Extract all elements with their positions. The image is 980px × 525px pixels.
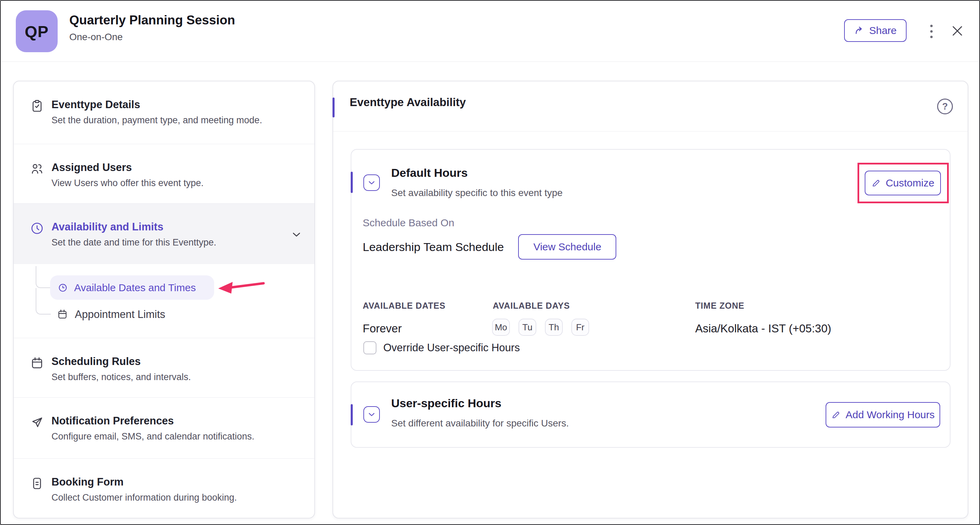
sidebar-item-notification-preferences[interactable]: Notification Preferences Configure email… [14, 397, 314, 458]
avatar-initials: QP [25, 22, 49, 41]
sidebar-item-assigned-users[interactable]: Assigned Users View Users who offer this… [14, 144, 314, 203]
customize-button[interactable]: Customize [865, 171, 941, 195]
view-schedule-button[interactable]: View Schedule [518, 234, 616, 260]
sidebar-item-desc: Set the duration, payment type, and meet… [51, 115, 301, 126]
day-chip: Th [545, 319, 563, 336]
schedule-row: Leadership Team Schedule View Schedule [363, 234, 616, 260]
sidebar-item-booking-form[interactable]: Booking Form Collect Customer informatio… [14, 458, 314, 519]
add-working-hours-label: Add Working Hours [845, 409, 935, 421]
sidebar-item-desc: Configure email, SMS, and calendar notif… [51, 431, 301, 442]
day-chip: Mo [492, 319, 510, 336]
sidebar-item-desc: Set the date and time for this Eventtype… [51, 237, 301, 248]
card-desc: Set different availability for specific … [391, 418, 569, 429]
clipboard-check-icon [30, 99, 44, 113]
available-dates-label: AVAILABLE DATES [363, 301, 445, 311]
form-icon [30, 477, 44, 490]
close-icon [950, 24, 964, 38]
subitem-label: Available Dates and Times [74, 282, 196, 294]
clock-icon [30, 222, 44, 235]
day-chip: Tu [519, 319, 536, 336]
title-accent-bar [332, 97, 334, 117]
chevron-down-icon [367, 178, 376, 187]
availability-subsection: Available Dates and Times Appointment Li… [14, 264, 314, 338]
default-hours-card: Default Hours Set availability specific … [351, 149, 950, 371]
schedule-based-on-label: Schedule Based On [363, 217, 454, 229]
clock-small-icon [58, 282, 68, 293]
chevron-down-icon [367, 410, 376, 419]
page-title: Quarterly Planning Session [69, 13, 235, 27]
available-dates-value: Forever [363, 322, 402, 335]
annotation-arrow-icon [215, 278, 267, 297]
pencil-icon [871, 178, 881, 188]
sidebar-subitem-available-dates-and-times[interactable]: Available Dates and Times [50, 275, 214, 300]
day-chip: Fr [571, 319, 589, 336]
card-accent-bar [351, 172, 353, 193]
avatar: QP [16, 10, 58, 52]
sidebar-item-scheduling-rules[interactable]: Scheduling Rules Set buffers, notices, a… [14, 338, 314, 397]
add-working-hours-button[interactable]: Add Working Hours [826, 402, 940, 428]
availability-panel: Eventtype Availability ? Default Hours S… [332, 81, 968, 519]
header-text: Quarterly Planning Session One-on-One [69, 13, 235, 43]
calendar-icon [30, 356, 44, 370]
pencil-icon [831, 410, 841, 420]
card-desc: Set availability specific to this event … [391, 187, 563, 198]
share-button[interactable]: Share [844, 19, 907, 42]
sidebar-subitem-appointment-limits[interactable]: Appointment Limits [75, 308, 165, 321]
sidebar-item-eventtype-details[interactable]: Eventtype Details Set the duration, paym… [14, 81, 314, 144]
share-icon [854, 25, 865, 36]
override-label: Override User-specific Hours [383, 341, 520, 354]
tree-connector [36, 266, 51, 288]
close-button[interactable] [948, 22, 966, 40]
sidebar-item-availability-and-limits[interactable]: Availability and Limits Set the date and… [14, 203, 314, 264]
sidebar-item-title: Booking Form [51, 476, 301, 488]
card-title: User-specific Hours [391, 397, 501, 410]
page-subtitle: One-on-One [69, 32, 235, 43]
override-row: Override User-specific Hours [363, 341, 520, 354]
tree-connector [36, 288, 51, 314]
sidebar-item-title: Availability and Limits [51, 221, 301, 233]
send-icon [30, 415, 44, 429]
time-zone-label: TIME ZONE [695, 301, 744, 311]
user-specific-hours-card: User-specific Hours Set different availa… [351, 381, 950, 448]
settings-sidebar: Eventtype Details Set the duration, paym… [13, 81, 315, 519]
help-glyph: ? [942, 101, 948, 112]
sidebar-item-title: Eventtype Details [51, 99, 301, 111]
card-title: Default Hours [391, 166, 468, 180]
more-options-button[interactable] [924, 21, 938, 41]
sidebar-item-desc: Set buffers, notices, and intervals. [51, 372, 301, 383]
time-zone-value: Asia/Kolkata - IST (+05:30) [695, 322, 831, 335]
app-window: QP Quarterly Planning Session One-on-One… [0, 0, 980, 525]
collapse-user-hours-button[interactable] [363, 406, 380, 423]
schedule-name: Leadership Team Schedule [363, 240, 504, 254]
sidebar-item-desc: Collect Customer information during book… [51, 492, 301, 503]
card-accent-bar [351, 404, 353, 425]
panel-title: Eventtype Availability [350, 96, 466, 109]
sidebar-item-desc: View Users who offer this event type. [51, 178, 301, 188]
available-days-label: AVAILABLE DAYS [493, 301, 570, 311]
chevron-down-icon[interactable] [290, 228, 303, 241]
calendar-small-icon [57, 309, 68, 320]
sidebar-item-title: Notification Preferences [51, 415, 301, 427]
users-icon [30, 162, 44, 176]
customize-label: Customize [886, 177, 934, 189]
header: QP Quarterly Planning Session One-on-One… [1, 1, 979, 62]
help-icon[interactable]: ? [937, 99, 953, 114]
override-checkbox[interactable] [363, 341, 376, 354]
view-schedule-label: View Schedule [533, 241, 601, 253]
available-days-chips: Mo Tu Th Fr [492, 319, 589, 336]
sidebar-item-title: Assigned Users [51, 161, 301, 174]
collapse-default-hours-button[interactable] [363, 174, 380, 191]
sidebar-item-title: Scheduling Rules [51, 355, 301, 368]
share-label: Share [869, 25, 897, 37]
